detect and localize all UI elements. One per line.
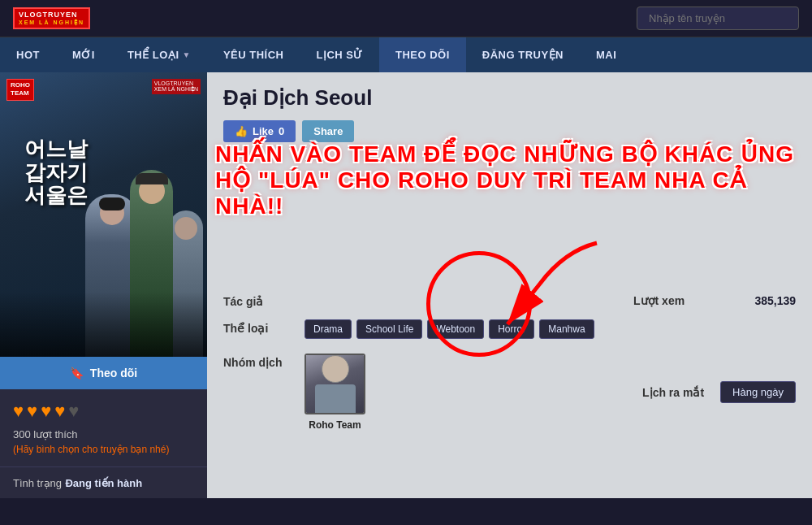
heart-3[interactable]: ♥ [41, 401, 51, 422]
bookmark-icon: 🔖 [70, 367, 84, 380]
heart-5[interactable]: ♥ [68, 401, 79, 422]
nav-lich-su[interactable]: LỊCH SỬ [300, 37, 379, 72]
chevron-down-icon: ▼ [183, 50, 191, 59]
tac-gia-left: Tác giả [223, 293, 568, 308]
promo-line-1: NHẤN VÀO TEAM ĐỂ ĐỌC NHỮNG BỘ KHÁC ỦNG [215, 141, 804, 167]
tac-gia-row: Tác giả Lượt xem 385,139 [223, 293, 796, 308]
avatar-inner [306, 355, 364, 413]
translator-avatar [304, 354, 365, 414]
thumbs-up-icon: 👍 [235, 125, 248, 137]
nhom-dich-row: Nhóm dịch Roho Team [223, 354, 796, 431]
hearts[interactable]: ♥ ♥ ♥ ♥ ♥ [13, 401, 194, 422]
like-label: Like [253, 125, 274, 137]
share-button[interactable]: Share [302, 120, 354, 142]
like-count: 0 [279, 125, 284, 137]
info-section: Tác giả Lượt xem 385,139 Thể loại Drama … [223, 293, 796, 431]
sidebar: ROHOTEAM VLOGTRUYENXEM LÀ NGHIỆN 어느날갑자기서… [0, 72, 207, 498]
navigation: HOT MỚI THỂ LOẠI ▼ YÊU THÍCH LỊCH SỬ THE… [0, 37, 812, 72]
rating-section: ♥ ♥ ♥ ♥ ♥ 300 lượt thích (Hãy bình chọn … [0, 389, 207, 466]
translator-item[interactable]: Roho Team [304, 354, 365, 431]
logo-box: VLOGTRUYEN XEM LÀ NGHIỆN [13, 7, 90, 29]
luot-xem-label: Lượt xem [633, 294, 715, 307]
rating-count: 300 lượt thích [13, 428, 194, 440]
manga-title: Đại Dịch Seoul [223, 85, 796, 111]
main-content: ROHOTEAM VLOGTRUYENXEM LÀ NGHIỆN 어느날갑자기서… [0, 72, 812, 498]
genre-manhwa[interactable]: Manhwa [539, 319, 594, 339]
nav-the-loai-label: THỂ LOẠI [127, 49, 179, 61]
theo-doi-button[interactable]: 🔖 Theo dõi [0, 357, 207, 389]
lich-ra-mat-label: Lịch ra mắt [642, 386, 704, 399]
nav-theo-doi[interactable]: THEO DÕI [379, 37, 466, 72]
luot-xem-value: 385,139 [731, 294, 796, 307]
theo-doi-label: Theo dõi [90, 367, 137, 380]
lich-ra-mat-right: Lịch ra mắt Hàng ngày [568, 354, 796, 431]
header: VLOGTRUYEN XEM LÀ NGHIỆN [0, 0, 812, 37]
genre-horror[interactable]: Horror [489, 319, 534, 339]
cover-korean-text: 어느날갑자기서울은 [24, 137, 88, 207]
nhom-dich-left: Nhóm dịch Roho Team [223, 354, 568, 431]
the-loai-row: Thể loại Drama School Life Webtoon Horro… [223, 319, 796, 339]
like-button[interactable]: 👍 Like 0 [223, 120, 296, 142]
manga-cover: ROHOTEAM VLOGTRUYENXEM LÀ NGHIỆN 어느날갑자기서… [0, 72, 207, 357]
tac-gia-label: Tác giả [223, 293, 288, 308]
status-label: Tình trạng [13, 477, 62, 489]
translator-name: Roho Team [309, 419, 361, 431]
nhom-dich-label: Nhóm dịch [223, 354, 288, 369]
nav-mai[interactable]: MAI [580, 37, 633, 72]
logo[interactable]: VLOGTRUYEN XEM LÀ NGHIỆN [13, 7, 90, 29]
the-loai-label: Thể loại [223, 319, 288, 335]
heart-1[interactable]: ♥ [13, 401, 24, 422]
nav-dang-truyen[interactable]: ĐĂNG TRUYỆN [466, 37, 580, 72]
nav-moi[interactable]: MỚI [56, 37, 111, 72]
genre-school-life[interactable]: School Life [356, 319, 422, 339]
action-buttons: 👍 Like 0 Share [223, 120, 796, 142]
genre-webtoon[interactable]: Webtoon [427, 319, 484, 339]
logo-sub: XEM LÀ NGHIỆN [19, 20, 84, 26]
luot-xem-right: Lượt xem 385,139 [568, 293, 796, 308]
promo-overlay: NHẤN VÀO TEAM ĐỂ ĐỌC NHỮNG BỘ KHÁC ỦNG H… [215, 141, 804, 220]
cover-vlog-badge: VLOGTRUYENXEM LÀ NGHIỆN [152, 79, 201, 94]
rating-prompt[interactable]: (Hãy bình chọn cho truyện bạn nhé) [13, 444, 194, 455]
nav-the-loai[interactable]: THỂ LOẠI ▼ [111, 37, 207, 72]
logo-main: VLOGTRUYEN [19, 11, 84, 20]
nav-yeu-thich[interactable]: YÊU THÍCH [207, 37, 300, 72]
nav-hot[interactable]: HOT [0, 37, 56, 72]
cover-image: ROHOTEAM VLOGTRUYENXEM LÀ NGHIỆN 어느날갑자기서… [0, 72, 207, 357]
status-value: Đang tiến hành [65, 477, 142, 489]
genre-tags: Drama School Life Webtoon Horror Manhwa [304, 319, 594, 339]
status-section: Tình trạng Đang tiến hành [0, 466, 207, 498]
lich-ra-mat-value: Hàng ngày [720, 381, 796, 403]
heart-4[interactable]: ♥ [54, 401, 65, 422]
genre-drama[interactable]: Drama [304, 319, 352, 339]
cover-roho-badge: ROHOTEAM [6, 79, 34, 101]
heart-2[interactable]: ♥ [27, 401, 37, 422]
search-input[interactable] [637, 7, 799, 30]
content-area: Đại Dịch Seoul 👍 Like 0 Share NHẤN VÀO T… [207, 72, 812, 498]
promo-line-2: HỘ "LÚA" CHO ROHO DUY TRÌ TEAM NHA CẢ NH… [215, 167, 804, 219]
